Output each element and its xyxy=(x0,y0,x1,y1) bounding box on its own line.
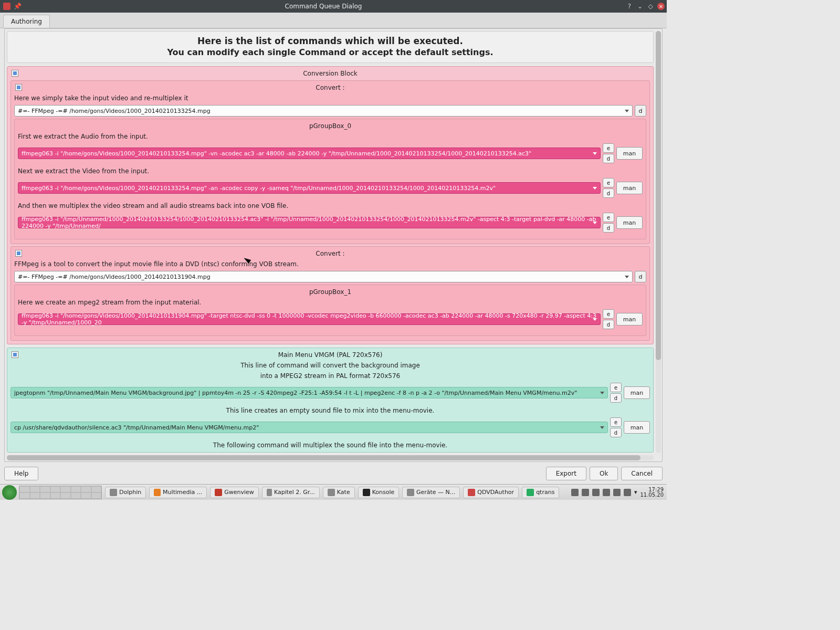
convert1-d-button[interactable]: d xyxy=(635,105,646,117)
convert1-checkbox[interactable] xyxy=(15,84,22,91)
task-kate[interactable]: Kate xyxy=(323,487,355,498)
convert2-desc: FFMpeg is a tool to convert the input mo… xyxy=(14,258,646,271)
menu-block: Main Menu VMGM (PAL 720x576) This line o… xyxy=(7,348,654,453)
cmd2-combo[interactable]: ffmpeg063 -i "/home/gons/Videos/1000_201… xyxy=(18,182,601,194)
convert1-desc: Here we simply take the input video and … xyxy=(14,92,646,105)
menu-cmd1-combo[interactable]: jpegtopnm "/tmp/Unnamed/Main Menu VMGM/b… xyxy=(10,387,608,398)
step3-desc: And then we multiplex the video stream a… xyxy=(18,200,643,213)
header-line1: Here is the list of commands which will … xyxy=(7,36,653,46)
maximize-icon[interactable]: ◇ xyxy=(647,3,654,10)
convert2-title: Convert : xyxy=(14,249,646,258)
start-button[interactable] xyxy=(2,485,17,500)
task-qdvdauthor[interactable]: QDVDAuthor xyxy=(463,487,519,498)
conversion-block-checkbox[interactable] xyxy=(12,70,18,77)
app-icon xyxy=(3,3,10,10)
dolphin-icon xyxy=(110,489,117,496)
task-multimedia[interactable]: Multimedia ... xyxy=(149,487,207,498)
help-button[interactable]: Help xyxy=(4,467,38,480)
cmd2-d-button[interactable]: d xyxy=(603,188,614,198)
conv2-cmd1-d-button[interactable]: d xyxy=(603,320,614,329)
qdvd-icon xyxy=(468,489,475,496)
menu-cmd1-e-button[interactable]: e xyxy=(610,383,622,392)
menu-desc1b: into a MPEG2 stream in PAL format 720x57… xyxy=(10,372,650,383)
menu-cmd2-combo[interactable]: cp /usr/share/qdvdauthor/silence.ac3 "/t… xyxy=(10,422,608,433)
task-qtrans[interactable]: qtrans xyxy=(522,487,559,498)
convert-block-1: Convert : Here we simply take the input … xyxy=(10,80,650,244)
ok-button[interactable]: Ok xyxy=(590,467,618,480)
menu-block-title: Main Menu VMGM (PAL 720x576) xyxy=(10,350,650,360)
cmd1-e-button[interactable]: e xyxy=(603,143,614,153)
task-gwenview[interactable]: Gwenview xyxy=(210,487,259,498)
tray-icon[interactable] xyxy=(582,489,589,496)
export-button[interactable]: Export xyxy=(546,467,586,480)
tray-expand-icon[interactable]: ▾ xyxy=(634,489,637,496)
tray-icon[interactable] xyxy=(603,489,610,496)
tray-icon[interactable] xyxy=(592,489,600,496)
menu-cmd2-e-button[interactable]: e xyxy=(610,417,622,427)
window-title: Command Queue Dialog xyxy=(21,3,626,10)
cmd3-e-button[interactable]: e xyxy=(603,213,614,222)
cmd3-combo[interactable]: ffmpeg063 -i "/tmp/Unnamed/1000_20140210… xyxy=(18,217,601,228)
device-icon xyxy=(407,489,414,496)
tray-icon[interactable] xyxy=(571,489,579,496)
convert1-title: Convert : xyxy=(14,83,646,92)
menu-desc1a: This line of command will convert the ba… xyxy=(10,360,650,372)
minimize-icon[interactable]: ⌄ xyxy=(636,3,644,10)
kate-icon xyxy=(328,489,335,496)
pin-icon[interactable]: 📌 xyxy=(14,3,21,10)
convert2-d-button[interactable]: d xyxy=(635,271,646,282)
task-kapitel[interactable]: Kapitel 2. Gr... xyxy=(262,487,320,498)
conversion-block: Conversion Block Convert : Here we simpl… xyxy=(7,66,654,344)
task-dolphin[interactable]: Dolphin xyxy=(105,487,146,498)
header-message: Here is the list of commands which will … xyxy=(7,31,654,63)
task-geraete[interactable]: Geräte — N... xyxy=(402,487,460,498)
conv2-cmd1-e-button[interactable]: e xyxy=(603,309,614,319)
cmd1-d-button[interactable]: d xyxy=(603,154,614,163)
konsole-icon xyxy=(363,489,370,496)
firefox-icon xyxy=(154,489,161,496)
convert-block-2: Convert : FFMpeg is a tool to convert th… xyxy=(10,246,650,341)
cancel-button[interactable]: Cancel xyxy=(621,467,663,480)
cmd3-man-button[interactable]: man xyxy=(616,216,643,229)
cmd2-man-button[interactable]: man xyxy=(616,182,643,194)
horizontal-scrollbar[interactable] xyxy=(7,455,654,460)
tab-strip: Authoring xyxy=(0,13,667,28)
menu-cmd2-d-button[interactable]: d xyxy=(610,428,622,437)
task-konsole[interactable]: Konsole xyxy=(358,487,400,498)
menu-desc3: The following command will multiplex the… xyxy=(10,439,650,449)
conv2-cmd1-combo[interactable]: ffmpeg063 -i "/home/gons/Videos/1000_201… xyxy=(18,313,601,325)
close-icon[interactable]: ✕ xyxy=(657,3,665,10)
conversion-block-title: Conversion Block xyxy=(10,69,650,78)
cmd1-man-button[interactable]: man xyxy=(616,147,643,160)
menu-cmd2-man-button[interactable]: man xyxy=(624,421,650,434)
menu-desc2: This line creates an empty sound file to… xyxy=(10,405,650,417)
cmd1-combo[interactable]: ffmpeg063 -i "/home/gons/Videos/1000_201… xyxy=(18,148,601,159)
clock[interactable]: 17:29 11.05.20 xyxy=(640,487,664,498)
pgroupbox0-title: pGroupBox_0 xyxy=(18,121,643,131)
vertical-scrollbar[interactable] xyxy=(656,31,661,453)
desktop-pager[interactable] xyxy=(19,486,102,499)
step1-desc: First we extract the Audio from the inpu… xyxy=(18,131,643,143)
tray-icon[interactable] xyxy=(624,489,631,496)
taskbar: Dolphin Multimedia ... Gwenview Kapitel … xyxy=(0,484,667,500)
header-line2: You can modify each single Command or ac… xyxy=(7,47,653,57)
pgroupbox-0: pGroupBox_0 First we extract the Audio f… xyxy=(14,119,646,239)
menu-block-checkbox[interactable] xyxy=(12,351,18,358)
tab-authoring[interactable]: Authoring xyxy=(3,15,50,28)
conv2-cmd1-man-button[interactable]: man xyxy=(616,313,643,326)
convert2-tool-combo[interactable]: #=- FFMpeg -=# /home/gons/Videos/1000_20… xyxy=(14,271,633,282)
menu-cmd1-man-button[interactable]: man xyxy=(624,386,650,399)
convert2-checkbox[interactable] xyxy=(15,250,22,257)
content-area: Here is the list of commands which will … xyxy=(4,28,663,462)
titlebar: 📌 Command Queue Dialog ? ⌄ ◇ ✕ xyxy=(0,0,667,13)
chrome-icon xyxy=(267,489,272,496)
qtrans-icon xyxy=(527,489,534,496)
cmd2-e-button[interactable]: e xyxy=(603,178,614,187)
pgroupbox1-title: pGroupBox_1 xyxy=(18,287,643,297)
cmd3-d-button[interactable]: d xyxy=(603,223,614,233)
convert1-tool-combo[interactable]: #=- FFMpeg -=# /home/gons/Videos/1000_20… xyxy=(14,105,633,117)
pgroupbox-1: pGroupBox_1 Here we create an mpeg2 stre… xyxy=(14,285,646,336)
help-icon[interactable]: ? xyxy=(626,3,633,10)
menu-cmd1-d-button[interactable]: d xyxy=(610,393,622,403)
tray-icon[interactable] xyxy=(613,489,621,496)
